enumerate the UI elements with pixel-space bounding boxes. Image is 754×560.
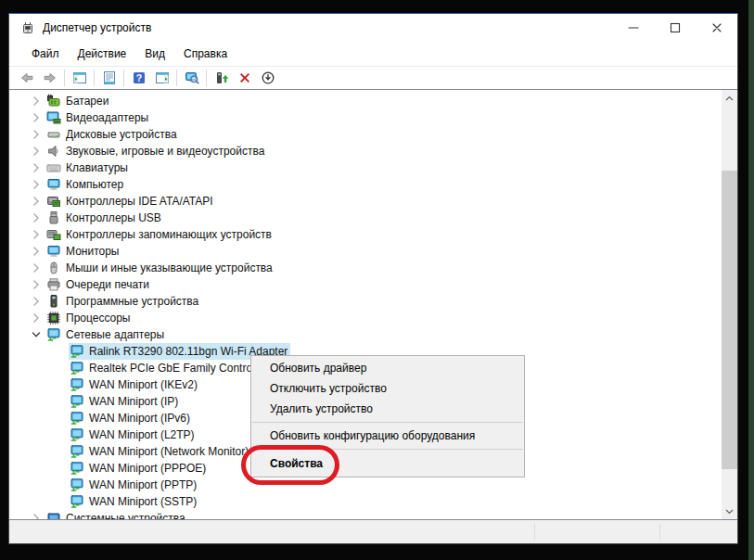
show-console-tree-button[interactable] (68, 68, 91, 88)
tree-item-label: WAN Miniport (IKEv2) (89, 378, 198, 391)
chevron-right-icon[interactable] (29, 210, 44, 225)
tree-item[interactable]: Процессоры (9, 310, 722, 326)
chevron-right-icon[interactable] (29, 261, 44, 275)
properties-icon (102, 70, 117, 85)
action-pane-button[interactable] (150, 68, 173, 88)
tree-item[interactable]: Контроллеры USB (9, 210, 722, 226)
tree-item-label: WAN Miniport (L2TP) (89, 428, 195, 441)
tree-item[interactable]: Очереди печати (9, 276, 722, 293)
disk-drive-icon (46, 127, 61, 142)
back-button[interactable] (15, 68, 38, 88)
tree-item-body[interactable]: Очереди печати (45, 276, 152, 293)
tree-item-body[interactable]: Контроллеры запоминающих устройств (45, 226, 275, 243)
tree-item-body[interactable]: Компьютер (45, 176, 126, 193)
title-bar[interactable]: Диспетчер устройств (9, 14, 737, 42)
minimize-button[interactable] (612, 14, 654, 42)
tree-item-body[interactable]: Клавиатуры (45, 159, 131, 176)
disable-device-button[interactable] (256, 68, 279, 88)
tree-item[interactable]: Мыши и иные указывающие устройства (9, 260, 722, 276)
tree-item[interactable]: Системные устройства (9, 510, 722, 520)
tree-item[interactable]: Клавиатуры (9, 159, 722, 176)
chevron-right-icon[interactable] (29, 311, 44, 325)
tree-item-body[interactable]: Сетевые адаптеры (45, 326, 167, 343)
tree-item-body[interactable]: Системные устройства (45, 510, 188, 520)
tree-item-body[interactable]: WAN Miniport (IP) (69, 393, 181, 410)
tree-item[interactable]: Батареи (9, 93, 722, 109)
tree-item-body[interactable]: WAN Miniport (PPTP) (69, 477, 199, 493)
context-menu-item[interactable]: Обновить конфигурацию оборудования (251, 426, 524, 446)
minimize-icon (626, 20, 641, 35)
tree-item-body[interactable]: Контроллеры IDE ATA/ATAPI (45, 193, 216, 210)
tree-item-body[interactable]: Процессоры (45, 310, 134, 326)
menu-item-2[interactable]: Вид (135, 43, 174, 66)
software-device-icon (46, 294, 61, 309)
chevron-right-icon[interactable] (29, 294, 44, 309)
chevron-right-icon[interactable] (29, 94, 44, 108)
uninstall-device-button[interactable] (233, 68, 256, 88)
tree-item[interactable]: Контроллеры запоминающих устройств (9, 226, 722, 243)
tree-item[interactable]: Программные устройства (9, 293, 722, 310)
tree-item[interactable]: Видеоадаптеры (9, 109, 722, 126)
scan-hardware-button[interactable] (180, 68, 203, 88)
update-driver-button[interactable] (210, 68, 233, 88)
maximize-button[interactable] (654, 14, 696, 42)
tree-item-body[interactable]: Контроллеры USB (45, 210, 164, 226)
chevron-right-icon[interactable] (29, 511, 44, 520)
forward-button[interactable] (38, 68, 61, 88)
tree-item[interactable]: Сетевые адаптеры (9, 326, 722, 343)
battery-icon (46, 94, 61, 108)
tree-item[interactable]: Компьютер (9, 176, 722, 193)
tree-item[interactable]: Дисковые устройства (9, 126, 722, 143)
close-button[interactable] (696, 14, 737, 42)
menu-item-0[interactable]: Файл (22, 43, 69, 66)
tree-item[interactable]: Мониторы (9, 243, 722, 260)
tree-item-body[interactable]: Realtek PCIe GbE Family Controller (69, 360, 270, 376)
scrollbar-thumb[interactable] (722, 171, 737, 469)
chevron-right-icon[interactable] (29, 110, 44, 125)
tree-item[interactable]: Контроллеры IDE ATA/ATAPI (9, 193, 722, 210)
tree-item-label: Клавиатуры (66, 161, 128, 174)
system-devices-icon (46, 511, 61, 520)
tree-item-body[interactable]: Мониторы (45, 243, 121, 260)
scroll-down-button[interactable] (722, 503, 737, 519)
chevron-right-icon[interactable] (29, 244, 44, 259)
chevron-down-icon[interactable] (29, 327, 44, 342)
status-bar-separator (659, 524, 660, 540)
context-menu-item[interactable]: Обновить драйвер (251, 358, 524, 378)
tree-item-body[interactable]: Дисковые устройства (45, 126, 180, 143)
tree-item-body[interactable]: WAN Miniport (L2TP) (69, 426, 198, 443)
context-menu-item[interactable]: Удалить устройство (251, 399, 524, 419)
network-adapter-icon (70, 411, 84, 426)
menu-item-1[interactable]: Действие (69, 43, 136, 66)
menu-item-3[interactable]: Справка (174, 43, 236, 66)
tree-item-body[interactable]: Видеоадаптеры (45, 109, 151, 126)
tree-item-body[interactable]: Мыши и иные указывающие устройства (45, 260, 275, 276)
context-menu-item[interactable]: Отключить устройство (251, 378, 524, 399)
scroll-up-button[interactable] (722, 90, 737, 106)
tree-item-label: Контроллеры IDE ATA/ATAPI (66, 195, 213, 208)
chevron-right-icon[interactable] (29, 227, 44, 242)
properties-button[interactable] (97, 68, 121, 88)
monitor-icon (46, 244, 61, 259)
chevron-right-icon[interactable] (29, 194, 44, 209)
tree-item-label: Видеоадаптеры (66, 111, 148, 124)
tree-item-body[interactable]: WAN Miniport (PPPOE) (69, 460, 209, 477)
tree-item[interactable]: Звуковые, игровые и видеоустройства (9, 143, 722, 159)
tree-item[interactable]: WAN Miniport (PPTP) (9, 477, 722, 493)
tree-item-body[interactable]: Звуковые, игровые и видеоустройства (45, 143, 267, 159)
chevron-right-icon[interactable] (29, 177, 44, 192)
tree-item-body[interactable]: WAN Miniport (IKEv2) (69, 376, 200, 393)
help-button[interactable]: ? (127, 68, 150, 88)
tree-item-body[interactable]: Батареи (45, 93, 111, 109)
chevron-right-icon[interactable] (29, 127, 44, 142)
tree-item-body[interactable]: WAN Miniport (IPv6) (69, 410, 193, 426)
tree-item[interactable]: WAN Miniport (SSTP) (9, 493, 722, 510)
tree-item-body[interactable]: WAN Miniport (Network Monitor) (69, 443, 251, 460)
tree-item-body[interactable]: WAN Miniport (SSTP) (69, 493, 199, 510)
chevron-right-icon[interactable] (29, 277, 44, 292)
tree-item-body[interactable]: Программные устройства (45, 293, 201, 310)
chevron-right-icon[interactable] (29, 144, 44, 159)
forward-icon (43, 70, 58, 85)
vertical-scrollbar[interactable] (722, 90, 737, 519)
chevron-right-icon[interactable] (29, 160, 44, 175)
